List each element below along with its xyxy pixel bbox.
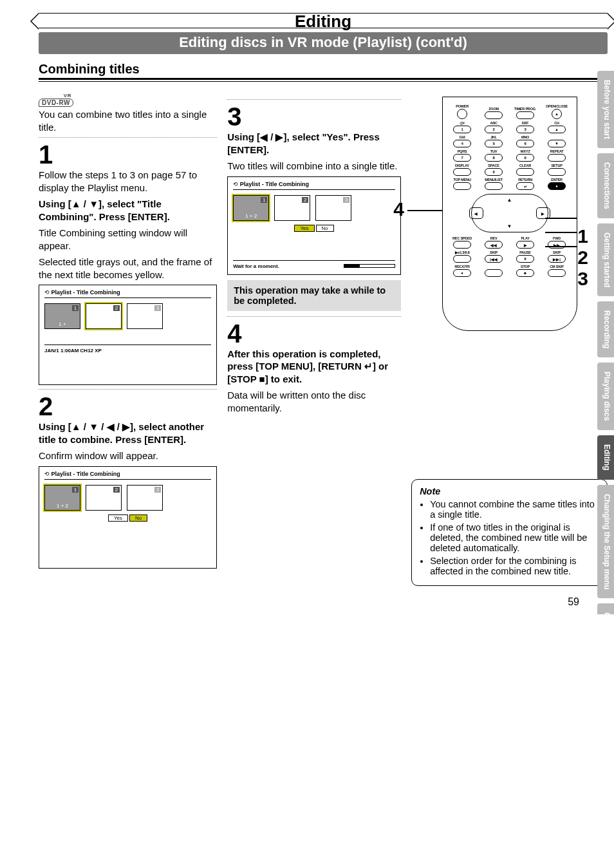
- section-title: Combining titles: [39, 62, 608, 80]
- callout-4: 4: [393, 198, 404, 220]
- side-tab: Editing: [597, 435, 614, 480]
- step-number-3: 3: [227, 104, 401, 129]
- page-number: 59: [39, 596, 579, 608]
- progress-bar: [344, 264, 395, 268]
- thumb-2: 2: [86, 485, 122, 511]
- page-title: Editing: [64, 13, 582, 28]
- side-tab: Recording: [597, 301, 614, 357]
- thumb-1: 11 + 2: [233, 195, 269, 221]
- callout-line: [545, 232, 577, 233]
- divider: [39, 137, 217, 138]
- callout-line: [545, 218, 577, 219]
- note-item: If one of two titles in the original is …: [430, 522, 599, 553]
- dvd-rw-badge: VR DVD-RW: [39, 99, 73, 107]
- divider: [227, 316, 401, 317]
- step4-text2: Data will be written onto the disc momen…: [227, 389, 401, 414]
- screen-step1: Playlist - Title Combining 11 + 2 3 JAN/…: [39, 285, 217, 385]
- step3-text1: Using [◀ / ▶], select "Yes". Press [ENTE…: [227, 131, 401, 156]
- page-ribbon: Editing: [39, 13, 608, 28]
- step3-text2: Two titles will combine into a single ti…: [227, 160, 401, 173]
- side-tab: Others: [597, 603, 614, 614]
- note-box: Note You cannot combine the same titles …: [411, 479, 608, 586]
- callout-numbers: 1 2 3: [577, 225, 588, 289]
- note-title: Note: [420, 486, 599, 496]
- screen-header: Playlist - Title Combining: [44, 289, 211, 298]
- thumb-3: 3: [127, 485, 163, 511]
- page-subtitle: Editing discs in VR mode (Playlist) (con…: [39, 32, 608, 54]
- remote-control: POWER ZOOM TIMER PROG. OPEN/CLOSE▲ .@/:1…: [442, 97, 577, 331]
- screen-step2: Playlist - Title Combining 11 + 2 2 3 Ye…: [39, 466, 217, 569]
- step-number-2: 2: [39, 393, 217, 419]
- screen-header: Playlist - Title Combining: [233, 181, 395, 190]
- status-text: JAN/1 1:00AM CH12 XP: [44, 348, 102, 354]
- step1-text1: Follow the steps 1 to 3 on page 57 to di…: [39, 169, 217, 194]
- callout-line: [545, 246, 577, 247]
- side-tabs: Before you startConnectionsGetting start…: [597, 71, 614, 614]
- screen-step3: Playlist - Title Combining 11 + 2 2 3 Ye…: [227, 176, 401, 275]
- note-item: You cannot combine the same titles into …: [430, 499, 599, 520]
- divider: [39, 389, 217, 390]
- callout-line: [407, 210, 442, 211]
- side-tab: Getting started: [597, 223, 614, 296]
- yes-button: Yes: [294, 225, 314, 232]
- side-tab: Before you start: [597, 71, 614, 148]
- step2-text1: Using [▲ / ▼ / ◀ / ▶], select another ti…: [39, 420, 217, 446]
- intro-text: You can combine two titles into a single…: [39, 108, 217, 133]
- thumb-2: 2: [274, 195, 310, 221]
- step1-text3: Title Combining setting window will appe…: [39, 227, 217, 252]
- thumb-1: 11 +: [44, 303, 80, 329]
- dpad: ▲ ▼ ◀ ▶: [471, 194, 548, 232]
- step4-text1: After this operation is completed, press…: [227, 348, 401, 386]
- step-number-1: 1: [39, 142, 217, 167]
- thumb-3: 3: [315, 195, 351, 221]
- thumb-2: 2: [86, 303, 122, 329]
- step2-text2: Confirm window will appear.: [39, 449, 217, 462]
- yes-button: Yes: [108, 514, 128, 522]
- no-button: No: [316, 225, 334, 232]
- wait-text: Wait for a moment.: [233, 263, 279, 269]
- side-tab: Connections: [597, 153, 614, 218]
- step1-text2: Using [▲ / ▼], select "Title Combining".…: [39, 198, 217, 223]
- warning-box: This operation may take a while to be co…: [227, 280, 401, 311]
- side-tab: Changing the Setup menu: [597, 485, 614, 599]
- note-item: Selection order for the combining is aff…: [430, 556, 599, 576]
- dpad-left: ◀: [469, 207, 483, 219]
- no-button: No: [129, 514, 147, 522]
- divider: [227, 99, 401, 100]
- thumb-1: 11 + 2: [44, 485, 80, 511]
- thumb-3: 3: [127, 303, 163, 329]
- step-number-4: 4: [227, 321, 401, 346]
- side-tab: Playing discs: [597, 363, 614, 430]
- screen-header: Playlist - Title Combining: [44, 471, 211, 480]
- step1-text4: Selected title grays out, and the frame …: [39, 256, 217, 281]
